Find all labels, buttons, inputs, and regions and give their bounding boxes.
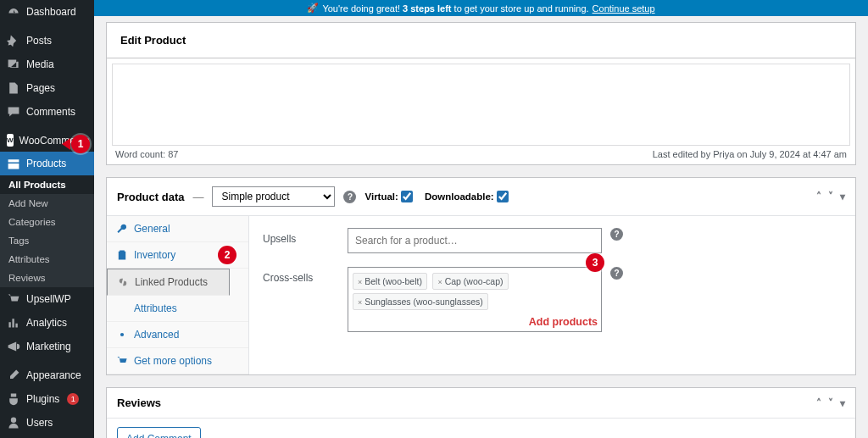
tag-belt[interactable]: ×Belt (woo-belt) [353, 273, 427, 290]
crosssells-label: Cross-sells [263, 267, 348, 284]
move-up-icon[interactable]: ˄ [816, 397, 821, 409]
sidebar-label: Marketing [26, 341, 71, 352]
tag-cap[interactable]: ×Cap (woo-cap) [432, 273, 508, 290]
last-edited: Last edited by Priya on July 9, 2024 at … [653, 149, 847, 159]
word-count: Word count: 87 [115, 149, 178, 159]
submenu-add-new[interactable]: Add New [0, 194, 94, 213]
wysiwyg-editor[interactable] [112, 64, 850, 146]
sidebar-item-analytics[interactable]: Analytics [0, 311, 94, 335]
virtual-checkbox[interactable] [401, 191, 413, 202]
move-down-icon[interactable]: ˅ [828, 397, 833, 409]
help-icon[interactable]: ? [610, 267, 623, 280]
sidebar-label: Plugins [26, 393, 59, 405]
sidebar-item-dashboard[interactable]: Dashboard [0, 0, 94, 24]
sidebar-item-products[interactable]: Products [0, 152, 94, 175]
remove-icon[interactable]: × [358, 298, 362, 307]
submenu-attributes[interactable]: Attributes [0, 250, 94, 269]
virtual-toggle[interactable]: Virtual: [364, 191, 412, 202]
reviews-title: Reviews [117, 396, 161, 409]
product-data-metabox: Product data — Simple product ? Virtual:… [106, 177, 856, 375]
tab-label: Advanced [134, 329, 179, 341]
remove-icon[interactable]: × [358, 278, 362, 286]
sidebar-label: Appearance [26, 369, 81, 381]
sidebar-item-upsellwp[interactable]: UpsellWP [0, 287, 94, 311]
help-icon[interactable]: ? [610, 228, 623, 241]
media-icon [7, 58, 20, 71]
move-down-icon[interactable]: ˅ [828, 191, 833, 202]
plugin-update-badge: 1 [67, 393, 79, 405]
toggle-panel-icon[interactable]: ▾ [840, 191, 845, 202]
product-data-tabs: General Inventory Linked Products Attrib… [107, 216, 249, 374]
sidebar-label: Pages [26, 82, 55, 94]
submenu-categories[interactable]: Categories [0, 213, 94, 231]
woo-icon: W [7, 134, 14, 147]
sidebar-label: Posts [26, 35, 52, 47]
submenu-tags[interactable]: Tags [0, 231, 94, 250]
product-data-title: Product data [117, 191, 184, 203]
sidebar-item-appearance[interactable]: Appearance [0, 363, 94, 387]
sidebar-item-plugins[interactable]: Plugins 1 [0, 387, 94, 411]
help-icon[interactable]: ? [343, 191, 356, 203]
cart-icon [116, 355, 128, 367]
tab-linked-products[interactable]: Linked Products [107, 269, 230, 296]
rocket-icon: 🚀 [307, 3, 319, 14]
tab-label: Inventory [134, 249, 175, 261]
products-submenu: All Products Add New Categories Tags Att… [0, 175, 94, 287]
sidebar-item-woocommerce[interactable]: W WooCommerce [0, 129, 94, 152]
sidebar-item-pages[interactable]: Pages [0, 76, 94, 100]
tab-inventory[interactable]: Inventory [107, 242, 248, 269]
pin-icon [7, 34, 20, 47]
downloadable-label: Downloadable: [425, 191, 494, 202]
submenu-all-products[interactable]: All Products [0, 175, 94, 194]
remove-icon[interactable]: × [437, 278, 442, 286]
analytics-icon [7, 316, 20, 330]
products-icon [7, 157, 20, 170]
tab-label: Get more options [134, 355, 212, 367]
sidebar-item-media[interactable]: Media [0, 53, 94, 76]
comment-icon [7, 105, 20, 119]
linked-products-panel: Upsells ? Cross-sells ×Belt (woo-belt) ×… [249, 216, 855, 374]
sidebar-item-posts[interactable]: Posts [0, 29, 94, 53]
tab-general[interactable]: General [107, 216, 248, 242]
continue-setup-link[interactable]: Continue setup [593, 3, 655, 14]
submenu-reviews[interactable]: Reviews [0, 269, 94, 287]
sidebar-label: Comments [26, 106, 75, 118]
move-up-icon[interactable]: ˄ [816, 191, 821, 202]
sidebar-label: Dashboard [26, 6, 76, 18]
tab-get-more[interactable]: Get more options [107, 348, 248, 374]
tab-label: General [134, 223, 170, 235]
sidebar-item-comments[interactable]: Comments [0, 100, 94, 124]
tab-advanced[interactable]: Advanced [107, 322, 248, 348]
tab-label: Linked Products [135, 276, 208, 288]
downloadable-toggle[interactable]: Downloadable: [425, 191, 509, 202]
sidebar-label: Analytics [26, 317, 67, 329]
gauge-icon [7, 5, 20, 19]
user-icon [7, 416, 20, 430]
pages-icon [7, 81, 20, 95]
sidebar-item-tools[interactable]: Tools [0, 435, 94, 438]
reviews-metabox: Reviews ˄ ˅ ▾ Add Comment No comments ye… [106, 387, 856, 438]
link-icon [117, 276, 129, 288]
downloadable-checkbox[interactable] [497, 191, 509, 202]
crosssells-input[interactable]: ×Belt (woo-belt) ×Cap (woo-cap) ×Sunglas… [348, 267, 602, 332]
tag-label: Belt (woo-belt) [364, 276, 422, 286]
setup-banner: 🚀 You're doing great! 3 steps left to ge… [94, 0, 868, 16]
toggle-panel-icon[interactable]: ▾ [840, 397, 845, 409]
upsells-search[interactable] [348, 228, 602, 253]
sidebar-item-marketing[interactable]: Marketing [0, 335, 94, 358]
sidebar-label: Products [26, 158, 66, 169]
clipboard-icon [116, 249, 128, 261]
list-icon [116, 302, 128, 314]
brush-icon [7, 369, 20, 382]
virtual-label: Virtual: [364, 191, 398, 202]
plug-icon [7, 392, 20, 406]
sidebar-label: UpsellWP [26, 293, 71, 305]
sidebar-label: Users [26, 417, 53, 429]
banner-text: You're doing great! 3 steps left to get … [322, 3, 588, 14]
tag-sunglasses[interactable]: ×Sunglasses (woo-sunglasses) [353, 293, 488, 310]
sidebar-item-users[interactable]: Users [0, 411, 94, 435]
tag-label: Sunglasses (woo-sunglasses) [364, 297, 482, 307]
tab-attributes[interactable]: Attributes [107, 296, 248, 322]
add-comment-button[interactable]: Add Comment [117, 427, 201, 438]
product-type-select[interactable]: Simple product [212, 186, 335, 207]
